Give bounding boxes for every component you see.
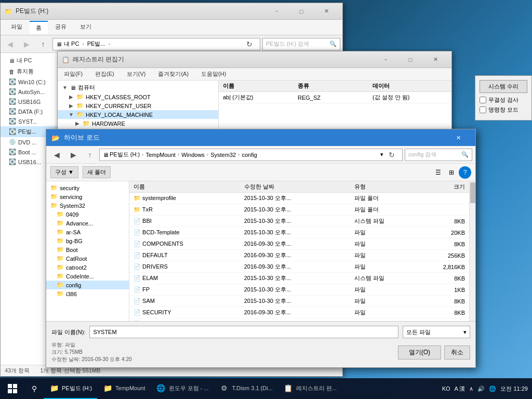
reg-tree-current-user[interactable]: ▶ 📁 HKEY_CURRENT_USER bbox=[58, 101, 218, 110]
tab-home[interactable]: 홈 bbox=[30, 21, 48, 34]
reg-minimize-button[interactable]: － bbox=[374, 51, 397, 68]
row-icon-bbi: 📄 BBI bbox=[134, 218, 244, 224]
reg-menu-favorites[interactable]: 즐겨찾기(A) bbox=[156, 69, 191, 79]
row-size-sec: 8KB bbox=[410, 310, 465, 316]
back-button[interactable]: ◀ bbox=[3, 37, 17, 51]
speaker-icon[interactable]: 🔊 bbox=[477, 385, 485, 392]
reg-menu-edit[interactable]: 편집(E) bbox=[93, 69, 116, 79]
address-bar[interactable]: 🖥 내 PC › PE빌... › ↻ bbox=[52, 38, 260, 50]
hive-close-button[interactable]: ✕ bbox=[446, 129, 470, 146]
hive-organize-button[interactable]: 구성 ▼ bbox=[50, 166, 78, 178]
hive-tree-security[interactable]: 📁 security bbox=[46, 183, 129, 192]
hive-row-bcdtemplate[interactable]: 📄 BCD-Template 2015-10-30 오후... 파일 20KB bbox=[129, 227, 469, 238]
cancel-button[interactable]: 취소 bbox=[444, 345, 470, 360]
hive-row-default[interactable]: 📄 DEFAULT 2016-09-30 오후... 파일 256KB bbox=[129, 250, 469, 261]
row-date-sam: 2015-10-30 오후... bbox=[244, 297, 355, 305]
hive-address-bar[interactable]: 🖥 PE빌드 (H:) › TempMount › Windows › Syst… bbox=[99, 149, 403, 161]
taskbar-lang[interactable]: KO bbox=[442, 385, 450, 392]
hive-row-elam[interactable]: 📄 ELAM 2015-10-30 오후... 시스템 파일 8KB bbox=[129, 273, 469, 284]
hive-row-txr[interactable]: 📁 TxR 2015-10-30 오후... 파일 폴더 bbox=[129, 204, 469, 216]
hive-tree-system32[interactable]: 📁 System32 bbox=[46, 201, 129, 210]
hive-row-components[interactable]: 📄 COMPONENTS 2016-09-30 오후... 파일 8KB bbox=[129, 238, 469, 250]
hive-row-sam[interactable]: 📄 SAM 2015-10-30 오후... 파일 8KB bbox=[129, 296, 469, 307]
hive-row-bbi[interactable]: 📄 BBI 2015-10-30 오후... 시스템 파일 8KB bbox=[129, 216, 469, 227]
hive-tree-advance[interactable]: 📁 Advance... bbox=[46, 219, 129, 228]
registry-row-default[interactable]: ab| (기본값) REG_SZ (값 설정 안 됨) bbox=[219, 92, 451, 103]
network-icon[interactable]: 🌐 bbox=[489, 385, 496, 392]
taskbar-input-method[interactable]: A 漢 bbox=[455, 385, 466, 393]
taskbar-item-regedit[interactable]: 📋 레지스트리 편... bbox=[278, 378, 342, 399]
cmdmode-checkbox[interactable] bbox=[480, 107, 486, 113]
hive-back-button[interactable]: ◀ bbox=[49, 148, 64, 162]
taskbar-items: 📁 PE빌드 (H:) 📁 TempMount 🌐 윈도우 포럼 - ... ⚙… bbox=[44, 378, 438, 399]
expand-icon4: ▼ bbox=[68, 112, 74, 117]
close-button[interactable]: ✕ bbox=[314, 3, 338, 20]
drive-icon-s: 💽 bbox=[9, 118, 16, 125]
reg-menu-help[interactable]: 도움말(H) bbox=[199, 69, 228, 79]
hive-tree-boot[interactable]: 📁 Boot bbox=[46, 245, 129, 254]
taskbar-item-pebuilder[interactable]: 📁 PE빌드 (H:) bbox=[44, 378, 97, 399]
hive-up-button[interactable]: ↑ bbox=[83, 148, 97, 162]
hive-tree-codeinte[interactable]: 📁 CodeInte... bbox=[46, 272, 129, 281]
taskbar-item-tdism[interactable]: ⚙ T.Dism 3.1 (Di... bbox=[214, 378, 278, 399]
hive-row-fp[interactable]: 📄 FP 2015-10-30 오후... 파일 1KB bbox=[129, 284, 469, 296]
view-detail-button[interactable]: ☰ bbox=[432, 166, 444, 179]
hive-row-security[interactable]: 📄 SECURITY 2016-09-30 오후... 파일 8KB bbox=[129, 307, 469, 318]
taskbar-item-label-tdism: T.Dism 3.1 (Di... bbox=[232, 385, 273, 391]
hive-search-bar[interactable]: config 검색 🔍 bbox=[405, 149, 472, 161]
hive-addr-dropdown[interactable]: ▾ bbox=[380, 151, 383, 158]
reg-tree-hardware[interactable]: ▶ 📁 HARDWARE bbox=[58, 119, 218, 128]
up-button[interactable]: ↑ bbox=[36, 37, 50, 51]
hive-tree-bgbg[interactable]: 📁 bg-BG bbox=[46, 236, 129, 245]
reg-maximize-button[interactable]: □ bbox=[398, 51, 422, 68]
view-large-button[interactable]: ⊞ bbox=[445, 166, 458, 179]
hive-tree-config[interactable]: 📁 config bbox=[46, 281, 129, 289]
hive-tree-0409[interactable]: 📁 0409 bbox=[46, 210, 129, 219]
hive-refresh-button[interactable]: ↻ bbox=[384, 148, 399, 162]
maximize-button[interactable]: □ bbox=[289, 3, 313, 20]
hive-tree-catroot[interactable]: 📁 CatRoot bbox=[46, 254, 129, 263]
refresh-button[interactable]: ↻ bbox=[242, 37, 257, 51]
hive-scrollbar[interactable] bbox=[469, 181, 475, 321]
hive-newfolder-button[interactable]: 새 폴더 bbox=[83, 166, 111, 178]
row-type-drv: 파일 bbox=[354, 263, 409, 271]
hive-row-systemprofile[interactable]: 📁 systemprofile 2015-10-30 오후... 파일 폴더 bbox=[129, 193, 469, 204]
reg-tree-computer[interactable]: ▼ 🖥 컴퓨터 bbox=[58, 83, 218, 92]
taskbar-item-forum[interactable]: 🌐 윈도우 포럼 - ... bbox=[151, 378, 214, 399]
tab-file[interactable]: 파일 bbox=[5, 21, 29, 34]
expand-icon5: ▶ bbox=[74, 121, 81, 126]
reg-menu-view[interactable]: 보기(V) bbox=[125, 69, 148, 79]
reg-menu-file[interactable]: 파일(F) bbox=[62, 69, 85, 79]
search-bar[interactable]: PE빌드 (H:) 검색 🔍 bbox=[262, 38, 340, 50]
start-button[interactable] bbox=[0, 378, 25, 399]
scrollbar-thumb[interactable] bbox=[470, 182, 475, 203]
reg-close-button[interactable]: ✕ bbox=[423, 51, 447, 68]
taskbar-clock[interactable]: 오전 11:29 bbox=[500, 385, 528, 393]
filetype-select[interactable]: 모든 파일 ▾ bbox=[403, 326, 470, 338]
open-button[interactable]: 열기(O) bbox=[398, 345, 441, 360]
hive-tree-i386[interactable]: 📁 i386 bbox=[46, 289, 129, 298]
hive-row-drivers[interactable]: 📄 DRIVERS 2016-09-30 오후... 파일 2,816KB bbox=[129, 261, 469, 273]
filename-input[interactable] bbox=[89, 326, 398, 338]
integrity-checkbox[interactable] bbox=[480, 97, 486, 103]
hive-forward-button[interactable]: ▶ bbox=[66, 148, 81, 162]
hive-tree-servicing[interactable]: 📁 servicing bbox=[46, 192, 129, 201]
minimize-button[interactable]: － bbox=[264, 3, 288, 20]
taskbar-item-tempmount[interactable]: 📁 TempMount bbox=[97, 378, 150, 399]
hive-tree-catroot2[interactable]: 📁 catroot2 bbox=[46, 263, 129, 272]
file-icon-bcd: 📄 bbox=[134, 229, 141, 235]
search-placeholder: PE빌드 (H:) 검색 bbox=[266, 40, 309, 48]
tab-share[interactable]: 공유 bbox=[49, 21, 73, 34]
reg-tree-local-machine[interactable]: ▼ 📁 HKEY_LOCAL_MACHINE bbox=[58, 110, 218, 119]
view-help-button[interactable]: ? bbox=[459, 166, 471, 179]
reg-tree-classes-root[interactable]: ▶ 📁 HKEY_CLASSES_ROOT bbox=[58, 92, 218, 101]
address-part: 내 PC bbox=[64, 40, 79, 48]
hive-tree-arsa[interactable]: 📁 ar-SA bbox=[46, 228, 129, 236]
taskbar-caret-icon[interactable]: ∧ bbox=[469, 385, 473, 392]
system-repair-button[interactable]: 시스템 수리 bbox=[480, 80, 527, 93]
tab-view[interactable]: 보기 bbox=[74, 21, 98, 34]
forward-button[interactable]: ▶ bbox=[19, 37, 34, 51]
filename-row: 파일 이름(N): 모든 파일 ▾ bbox=[51, 326, 470, 338]
hive-col-date: 수정한 날짜 bbox=[244, 183, 355, 191]
taskbar-search-button[interactable]: ⚲ bbox=[25, 378, 44, 399]
